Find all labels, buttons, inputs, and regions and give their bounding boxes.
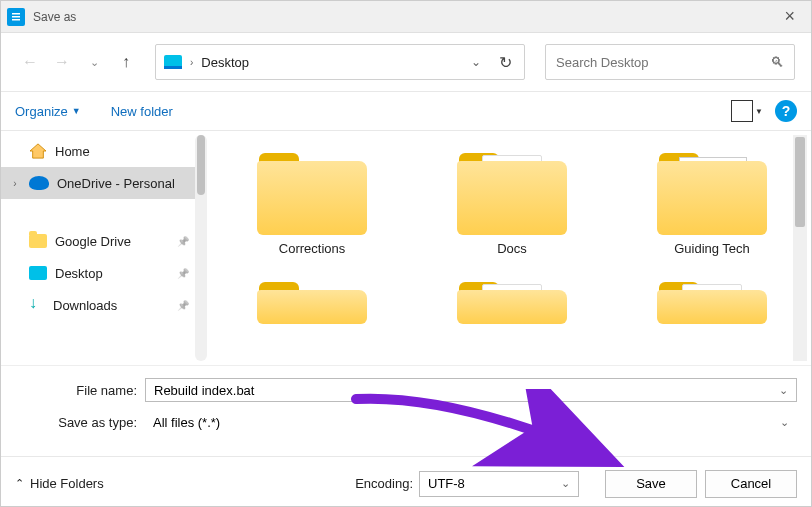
folder-icon bbox=[257, 145, 367, 235]
search-box[interactable]: 🔍︎ bbox=[545, 44, 795, 80]
folder-icon bbox=[657, 145, 767, 235]
chevron-right-icon: › bbox=[190, 57, 193, 68]
path-dropdown[interactable]: ⌄ bbox=[465, 55, 487, 69]
home-icon bbox=[29, 143, 47, 159]
filetype-value: All files (*.*) bbox=[153, 415, 780, 430]
sidebar-scrollbar[interactable] bbox=[195, 135, 207, 361]
chevron-down-icon[interactable]: ⌄ bbox=[780, 416, 789, 429]
close-button[interactable]: × bbox=[774, 6, 805, 27]
encoding-label: Encoding: bbox=[355, 476, 413, 491]
folder-item[interactable] bbox=[647, 274, 777, 324]
filetype-select[interactable]: All files (*.*) ⌄ bbox=[145, 410, 797, 434]
organize-label: Organize bbox=[15, 104, 68, 119]
new-folder-button[interactable]: New folder bbox=[111, 104, 173, 119]
search-icon: 🔍︎ bbox=[770, 54, 784, 70]
main-area: Home › OneDrive - Personal Google Drive … bbox=[1, 131, 811, 365]
encoding-select[interactable]: UTF-8 ⌄ bbox=[419, 471, 579, 497]
address-bar[interactable]: › Desktop ⌄ ↻ bbox=[155, 44, 525, 80]
chevron-down-icon: ⌄ bbox=[561, 477, 570, 490]
folder-icon bbox=[257, 274, 367, 324]
files-scrollbar[interactable] bbox=[793, 135, 807, 361]
folder-item[interactable] bbox=[247, 274, 377, 324]
toolbar: Organize ▼ New folder ▼ ? bbox=[1, 91, 811, 131]
recent-dropdown[interactable]: ⌄ bbox=[81, 49, 107, 75]
view-menu[interactable]: ▼ bbox=[731, 100, 763, 122]
title-bar: Save as × bbox=[1, 1, 811, 33]
filename-form: File name: Rebuild index.bat ⌄ Save as t… bbox=[1, 365, 811, 446]
hide-folders-button[interactable]: ⌃ Hide Folders bbox=[15, 476, 104, 491]
desktop-icon bbox=[164, 55, 182, 69]
filename-label: File name: bbox=[15, 383, 145, 398]
folder-item[interactable] bbox=[447, 274, 577, 324]
expand-icon[interactable]: › bbox=[9, 178, 21, 189]
folder-icon bbox=[657, 274, 767, 324]
file-list: Corrections Docs Guiding Tech bbox=[207, 131, 811, 365]
sidebar-item-label: Google Drive bbox=[55, 234, 131, 249]
sidebar-item-downloads[interactable]: ↓ Downloads bbox=[1, 289, 207, 321]
up-button[interactable]: ↑ bbox=[113, 49, 139, 75]
sidebar-item-desktop[interactable]: Desktop bbox=[1, 257, 207, 289]
onedrive-icon bbox=[29, 176, 49, 190]
sidebar-item-label: Desktop bbox=[55, 266, 103, 281]
sidebar-item-label: OneDrive - Personal bbox=[57, 176, 175, 191]
footer: ⌃ Hide Folders Encoding: UTF-8 ⌄ Save Ca… bbox=[1, 456, 811, 507]
desktop-icon bbox=[29, 266, 47, 280]
svg-rect-2 bbox=[12, 16, 20, 18]
folder-corrections[interactable]: Corrections bbox=[247, 145, 377, 256]
chevron-down-icon: ▼ bbox=[755, 107, 763, 116]
help-button[interactable]: ? bbox=[775, 100, 797, 122]
back-button[interactable]: ← bbox=[17, 49, 43, 75]
svg-rect-1 bbox=[12, 13, 20, 15]
folder-guidingtech[interactable]: Guiding Tech bbox=[647, 145, 777, 256]
view-icon bbox=[731, 100, 753, 122]
organize-menu[interactable]: Organize ▼ bbox=[15, 104, 81, 119]
chevron-down-icon[interactable]: ⌄ bbox=[779, 384, 788, 397]
folder-label: Docs bbox=[447, 241, 577, 256]
sidebar: Home › OneDrive - Personal Google Drive … bbox=[1, 131, 207, 365]
sidebar-item-label: Downloads bbox=[53, 298, 117, 313]
filename-value: Rebuild index.bat bbox=[154, 383, 779, 398]
folder-label: Corrections bbox=[247, 241, 377, 256]
folder-docs[interactable]: Docs bbox=[447, 145, 577, 256]
window-title: Save as bbox=[33, 10, 76, 24]
svg-rect-3 bbox=[12, 19, 20, 21]
filename-input[interactable]: Rebuild index.bat ⌄ bbox=[145, 378, 797, 402]
filetype-label: Save as type: bbox=[15, 415, 145, 430]
nav-row: ← → ⌄ ↑ › Desktop ⌄ ↻ 🔍︎ bbox=[1, 33, 811, 91]
refresh-button[interactable]: ↻ bbox=[495, 53, 516, 72]
chevron-down-icon: ▼ bbox=[72, 106, 81, 116]
sidebar-item-home[interactable]: Home bbox=[1, 135, 207, 167]
encoding-value: UTF-8 bbox=[428, 476, 561, 491]
folder-icon bbox=[29, 234, 47, 248]
cancel-button[interactable]: Cancel bbox=[705, 470, 797, 498]
breadcrumb[interactable]: Desktop bbox=[201, 55, 249, 70]
hide-folders-label: Hide Folders bbox=[30, 476, 104, 491]
notepad-icon bbox=[7, 8, 25, 26]
search-input[interactable] bbox=[556, 55, 770, 70]
forward-button[interactable]: → bbox=[49, 49, 75, 75]
sidebar-item-googledrive[interactable]: Google Drive bbox=[1, 225, 207, 257]
sidebar-item-label: Home bbox=[55, 144, 90, 159]
save-button[interactable]: Save bbox=[605, 470, 697, 498]
download-icon: ↓ bbox=[29, 297, 45, 313]
folder-icon bbox=[457, 145, 567, 235]
chevron-up-icon: ⌃ bbox=[15, 477, 24, 490]
folder-label: Guiding Tech bbox=[647, 241, 777, 256]
sidebar-item-onedrive[interactable]: › OneDrive - Personal bbox=[1, 167, 207, 199]
folder-icon bbox=[457, 274, 567, 324]
